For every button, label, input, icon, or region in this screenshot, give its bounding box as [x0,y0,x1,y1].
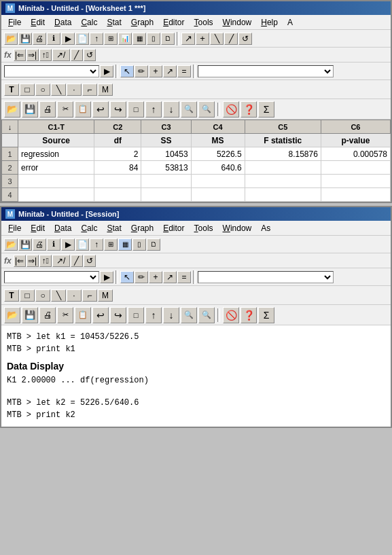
btn-s-arrow-ne[interactable]: ↗ [163,271,177,283]
cell-1-c5[interactable]: 8.15876 [245,147,321,161]
menu-stat-2[interactable]: Stat [103,222,125,234]
btn-s-draw-m[interactable]: M [98,289,113,302]
menu-stat-1[interactable]: Stat [103,16,125,29]
btn-sm-open[interactable]: 📂 [4,307,20,323]
btn-s-draw-corner[interactable]: ⌐ [82,289,97,302]
btn-s-combo-action[interactable]: ▶ [100,271,113,283]
cell-2-c5[interactable] [245,161,321,175]
right-combo-1[interactable] [198,65,334,77]
btn-main-help[interactable]: ❓ [240,101,257,118]
menu-help-1[interactable]: Help [257,16,282,29]
btn-new-doc[interactable]: 📄 [75,33,89,45]
btn-combo-action[interactable]: ▶ [100,65,113,77]
btn-sm-rect[interactable]: □ [128,307,144,323]
cell-2-c4[interactable]: 640.6 [191,161,245,175]
col-header-c3[interactable]: C3 [141,120,191,134]
btn-rect[interactable]: ▯ [147,33,160,45]
col-header-c4[interactable]: C4 [191,120,245,134]
btn-save[interactable]: 💾 [18,33,32,45]
btn-s-cursor2[interactable]: ↖ [120,271,134,283]
btn-s-info[interactable]: ℹ [47,238,60,251]
btn-main-undo[interactable]: ↩ [92,101,109,118]
menu-data-1[interactable]: Data [50,16,75,29]
btn-s-doc[interactable]: 📄 [75,238,89,251]
cell-1-c6[interactable]: 0.000578 [321,147,390,161]
cell-2-c1[interactable]: error [18,161,94,175]
btn-add-col[interactable]: + [196,33,209,45]
cell-3-c4[interactable] [191,175,245,188]
btn-sm-copy[interactable]: 📋 [75,307,91,323]
btn-main-find2[interactable]: 🔍 [198,101,215,118]
cell-4-c4[interactable] [191,188,245,202]
cell-1-c2[interactable]: 2 [94,147,141,161]
btn-sm-up[interactable]: ↑ [145,307,162,323]
s-formula-btn4[interactable]: ↗/ [52,255,70,267]
btn-s-save[interactable]: 💾 [18,238,32,251]
btn-sm-cut[interactable]: ✂ [57,307,73,323]
formula-btn3[interactable]: ↑⃒ [39,49,52,61]
cell-4-c5[interactable] [245,188,321,202]
menu-window-1[interactable]: Window [219,16,256,29]
btn-pencil[interactable]: ✏ [135,65,148,77]
cell-3-c5[interactable] [245,175,321,188]
btn-draw-corner[interactable]: ⌐ [82,84,97,96]
btn-s-draw-point[interactable]: · [67,289,82,302]
formula-btn5[interactable]: ╱ [71,49,83,61]
btn-main-find[interactable]: 🔍 [181,101,197,118]
btn-s-run[interactable]: ▶ [61,238,75,251]
menu-edit-1[interactable]: Edit [26,16,49,29]
btn-main-stop[interactable]: 🚫 [223,101,239,118]
cell-2-c6[interactable] [321,161,390,175]
cell-4-c6[interactable] [321,188,390,202]
btn-sm-stop[interactable]: 🚫 [223,307,239,323]
s-formula-btn6[interactable]: ↺ [84,255,96,267]
btn-open[interactable]: 📂 [4,33,18,45]
btn-main-print[interactable]: 🖨 [39,101,56,118]
col-header-c6[interactable]: C6 [321,120,390,134]
btn-sm-print[interactable]: 🖨 [39,307,56,323]
cell-3-c1[interactable] [18,175,94,188]
formula-btn1[interactable]: |⇐ [14,49,26,61]
col-header-c1[interactable]: C1-T [18,120,94,134]
formula-btn2[interactable]: ⇒| [26,49,39,61]
btn-undo2[interactable]: ↺ [238,33,252,45]
btn-sm-help[interactable]: ❓ [240,307,257,323]
btn-cursor2[interactable]: ↖ [120,65,134,77]
btn-cursor[interactable]: ↗ [181,33,195,45]
cell-2-c2[interactable]: 84 [94,161,141,175]
btn-diag1[interactable]: ╲ [210,33,224,45]
btn-sm-find[interactable]: 🔍 [181,307,197,323]
menu-editor-1[interactable]: Editor [159,16,188,29]
btn-s-grid[interactable]: ⊞ [104,238,118,251]
btn-sm-sigma[interactable]: Σ [258,307,274,323]
btn-main-copy[interactable]: 📋 [75,101,91,118]
btn-doc2[interactable]: 🗋 [161,33,175,45]
cell-3-c2[interactable] [94,175,141,188]
s-formula-btn1[interactable]: |⇐ [14,255,26,267]
menu-edit-2[interactable]: Edit [26,222,49,234]
menu-graph-2[interactable]: Graph [127,222,158,234]
cell-3-c3[interactable] [141,175,191,188]
formula-btn4[interactable]: ↗/ [52,49,70,61]
address-combo-2[interactable] [4,271,99,283]
btn-sm-find2[interactable]: 🔍 [198,307,215,323]
btn-s-rect2[interactable]: ▯ [132,238,146,251]
cell-4-c3[interactable] [141,188,191,202]
btn-diag2[interactable]: ╱ [224,33,238,45]
s-formula-btn5[interactable]: ╱ [71,255,83,267]
btn-main-cut[interactable]: ✂ [57,101,73,118]
col-header-c5[interactable]: C5 [245,120,321,134]
btn-draw-line[interactable]: ╲ [51,84,66,96]
cell-1-c4[interactable]: 5226.5 [191,147,245,161]
btn-s-pencil[interactable]: ✏ [135,271,148,283]
s-formula-btn2[interactable]: ⇒| [26,255,39,267]
btn-sm-undo[interactable]: ↩ [92,307,109,323]
menu-window-2[interactable]: Window [219,222,256,234]
cell-4-c1[interactable] [18,188,94,202]
col-header-c2[interactable]: C2 [94,120,141,134]
menu-file-1[interactable]: File [4,16,25,29]
btn-draw-text[interactable]: T [4,84,19,96]
menu-calc-2[interactable]: Calc [77,222,101,234]
s-formula-btn3[interactable]: ↑⃒ [39,255,52,267]
cell-3-c6[interactable] [321,175,390,188]
